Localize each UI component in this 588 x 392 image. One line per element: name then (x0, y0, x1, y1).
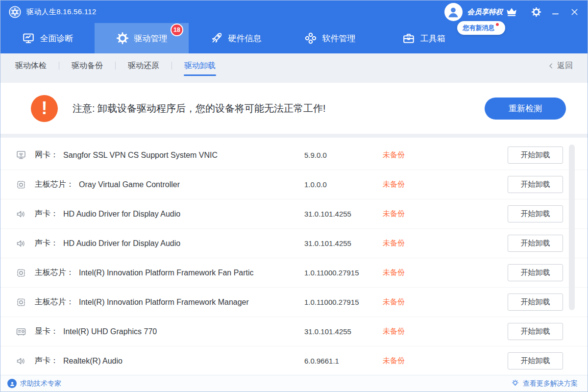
recheck-button[interactable]: 重新检测 (485, 98, 566, 120)
device-type-label: 主板芯片： (35, 297, 74, 307)
titlebar-actions: 会员享特权 您有新消息 (444, 3, 580, 21)
warning-message: 注意: 卸载设备驱动程序后，您的设备将可能无法正常工作! (73, 102, 326, 115)
backup-status: 未备份 (383, 239, 508, 248)
lightbulb-icon (511, 379, 520, 388)
start-uninstall-button[interactable]: 开始卸载 (508, 352, 563, 369)
driver-name: HD Audio Driver for Display Audio (63, 210, 180, 219)
start-uninstall-button[interactable]: 开始卸载 (508, 323, 563, 340)
diagnosis-monitor-icon (22, 32, 35, 45)
divider (172, 62, 172, 70)
back-button[interactable]: 返回 (547, 61, 573, 71)
speaker-icon (15, 208, 27, 220)
backup-status: 未备份 (383, 209, 508, 219)
scrollbar-thumb[interactable] (569, 145, 575, 310)
driver-name: Intel(R) Innovation Platform Framework F… (79, 269, 254, 277)
member-privilege-link[interactable]: 会员享特权 (467, 7, 503, 17)
driver-name: Intel(R) UHD Graphics 770 (63, 327, 157, 336)
spacer (0, 134, 588, 138)
backup-status: 未备份 (383, 297, 508, 307)
network-icon (15, 149, 27, 161)
tab-label: 驱动管理 (134, 33, 168, 44)
subtab-driver-uninstall[interactable]: 驱动卸载 (184, 53, 216, 78)
chip-icon (15, 267, 27, 279)
tab-label: 硬件信息 (228, 33, 262, 44)
backup-status: 未备份 (383, 268, 508, 277)
start-uninstall-button[interactable]: 开始卸载 (508, 147, 563, 164)
start-uninstall-button[interactable]: 开始卸载 (508, 176, 563, 193)
driver-row: 声卡： Realtek(R) Audio 6.0.9661.1 未备份 开始卸载 (0, 346, 588, 375)
device-type-label: 声卡： (35, 238, 58, 248)
divider (59, 62, 59, 70)
device-type-label: 声卡： (35, 356, 58, 366)
ask-expert-link[interactable]: 求助技术专家 (7, 379, 61, 388)
tab-label: 全面诊断 (40, 33, 74, 44)
tab-driver-management[interactable]: 驱动管理 18 (95, 23, 189, 53)
start-uninstall-button[interactable]: 开始卸载 (508, 294, 563, 311)
divider (115, 62, 116, 70)
sub-tabbar: 驱动体检 驱动备份 驱动还原 驱动卸载 返回 (0, 53, 588, 78)
subtab-driver-backup[interactable]: 驱动备份 (72, 53, 103, 78)
tab-label: 工具箱 (420, 33, 445, 44)
start-uninstall-button[interactable]: 开始卸载 (508, 235, 563, 252)
device-type-label: 显卡： (35, 326, 58, 337)
driver-name: Realtek(R) Audio (63, 357, 122, 366)
driver-version: 31.0.101.4255 (304, 239, 383, 247)
driver-name: Oray Virtual Game Controller (79, 180, 180, 189)
backup-status: 未备份 (383, 150, 508, 160)
tab-hardware-info[interactable]: 硬件信息 (189, 23, 283, 53)
driver-row: 网卡： Sangfor SSL VPN CS Support System VN… (0, 141, 588, 170)
speaker-icon (15, 238, 27, 249)
device-type-label: 主板芯片： (35, 268, 74, 278)
titlebar: 驱动人生8.16.56.112 会员享特权 您有新消息 (0, 0, 588, 23)
crown-icon[interactable] (505, 5, 520, 18)
backup-status: 未备份 (383, 327, 508, 336)
driver-name: Intel(R) Innovation Platform Framework M… (79, 298, 249, 307)
driver-row: 主板芯片： Intel(R) Innovation Platform Frame… (0, 258, 588, 288)
device-type-label: 主板芯片： (35, 179, 74, 190)
driver-name: HD Audio Driver for Display Audio (63, 239, 180, 248)
chevron-left-icon (547, 62, 555, 70)
tab-software-management[interactable]: 软件管理 (283, 23, 377, 53)
ask-expert-label: 求助技术专家 (20, 379, 61, 388)
start-uninstall-button[interactable]: 开始卸载 (508, 205, 563, 222)
software-apps-icon (304, 32, 317, 45)
new-message-tooltip[interactable]: 您有新消息 (457, 21, 505, 35)
warning-exclamation-icon: ! (31, 95, 58, 122)
more-solutions-label: 查看更多解决方案 (523, 379, 578, 388)
tab-full-diagnosis[interactable]: 全面诊断 (0, 23, 95, 53)
person-icon (446, 4, 461, 19)
spacer (0, 78, 588, 83)
notification-dot (496, 23, 499, 26)
driver-version: 6.0.9661.1 (304, 357, 383, 365)
statusbar: 求助技术专家 查看更多解决方案 (0, 375, 588, 392)
hardware-rocket-icon (210, 32, 223, 45)
tooltip-text: 您有新消息 (463, 24, 495, 31)
warning-banner: ! 注意: 卸载设备驱动程序后，您的设备将可能无法正常工作! 重新检测 (0, 83, 588, 134)
driver-row: 主板芯片： Oray Virtual Game Controller 1.0.0… (0, 170, 588, 199)
minimize-button[interactable] (550, 7, 561, 17)
gpu-icon (15, 326, 27, 338)
driver-version: 1.0.11000.27915 (304, 269, 383, 277)
subtab-driver-restore[interactable]: 驱动还原 (128, 53, 159, 78)
driver-row: 声卡： HD Audio Driver for Display Audio 31… (0, 199, 588, 229)
driver-list: 网卡： Sangfor SSL VPN CS Support System VN… (0, 138, 588, 375)
app-logo-icon (8, 5, 22, 19)
more-solutions-link[interactable]: 查看更多解决方案 (511, 379, 578, 388)
subtab-driver-checkup[interactable]: 驱动体检 (15, 53, 47, 78)
settings-gear-icon[interactable] (531, 7, 541, 17)
device-type-label: 声卡： (35, 209, 58, 219)
chip-icon (15, 296, 27, 308)
backup-status: 未备份 (383, 356, 508, 366)
avatar[interactable] (444, 3, 463, 21)
driver-row: 声卡： HD Audio Driver for Display Audio 31… (0, 229, 588, 258)
close-button[interactable] (569, 7, 580, 17)
tab-label: 软件管理 (322, 33, 356, 44)
driver-row: 主板芯片： Intel(R) Innovation Platform Frame… (0, 288, 588, 317)
driver-gear-icon (116, 32, 129, 45)
app-title: 驱动人生8.16.56.112 (26, 7, 97, 17)
start-uninstall-button[interactable]: 开始卸载 (508, 264, 563, 281)
driver-row: 显卡： Intel(R) UHD Graphics 770 31.0.101.4… (0, 317, 588, 346)
notification-badge: 18 (172, 24, 182, 35)
device-type-label: 网卡： (35, 150, 58, 160)
app-window: 驱动人生8.16.56.112 会员享特权 您有新消息 全面诊断 驱动管理 18 (0, 0, 588, 392)
